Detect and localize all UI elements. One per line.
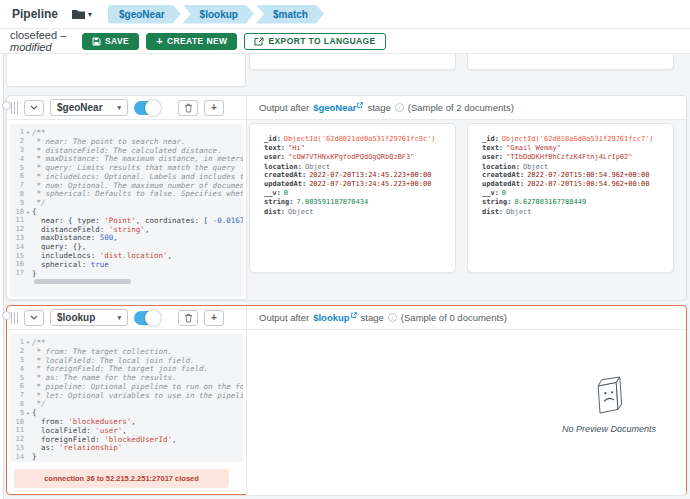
field-value: Object bbox=[288, 208, 313, 216]
pipeline-header-bar: Pipeline ▾ $geoNear$lookup$match bbox=[0, 0, 690, 29]
code-line[interactable]: 14 query: {}, bbox=[10, 242, 243, 251]
code-line[interactable]: 2 * near: The point to search near. bbox=[10, 137, 243, 146]
code-line[interactable]: 7 * num: Optional. The maximum number of… bbox=[10, 181, 243, 190]
code-line[interactable]: 4 * maxDistance: The maximum distance, i… bbox=[10, 154, 243, 163]
stage-badge-lookup[interactable]: $lookup bbox=[183, 5, 254, 24]
code-text: near: { type: 'Point', coordinates: [ -0… bbox=[32, 216, 243, 225]
stage-editor[interactable]: 1▾/**2 * near: The point to search near.… bbox=[7, 120, 247, 300]
code-line[interactable]: 12 foreignField: 'blockedUserId', bbox=[10, 435, 243, 444]
code-line[interactable]: 8 */ bbox=[10, 400, 243, 409]
chevron-down-icon: ▾ bbox=[117, 104, 121, 112]
fold-arrow-icon[interactable]: ▾ bbox=[24, 209, 32, 215]
stage-operator-select[interactable]: $geoNear ▾ bbox=[50, 99, 128, 116]
saved-pipelines-button[interactable]: ▾ bbox=[72, 9, 92, 19]
code-line[interactable]: 16 spherical: true bbox=[10, 260, 243, 269]
document-field: __v:0 bbox=[264, 189, 449, 198]
code-line[interactable]: 8 * spherical: Defaults to false. Specif… bbox=[10, 190, 243, 199]
field-key: updatedAt: bbox=[482, 180, 524, 189]
code-text: { bbox=[32, 207, 37, 216]
code-line[interactable]: 12 distanceField: 'string', bbox=[10, 225, 243, 234]
code-line[interactable]: 10▾{ bbox=[10, 207, 243, 216]
line-number: 13 bbox=[10, 444, 24, 452]
collapse-stage-button[interactable] bbox=[24, 100, 44, 116]
external-link-icon bbox=[357, 102, 363, 108]
pipeline-toolbar: closefeed – modified SAVE + CREATE NEW E… bbox=[0, 29, 690, 54]
code-line[interactable]: 6 * pipeline: Optional pipeline to run o… bbox=[10, 382, 243, 391]
code-line[interactable]: 11 localField: 'user', bbox=[10, 426, 243, 435]
code-line[interactable]: 9▾{ bbox=[10, 408, 243, 417]
field-key: createdAt: bbox=[264, 171, 306, 180]
stage-badge-geoNear[interactable]: $geoNear bbox=[108, 5, 181, 24]
output-stage-word: stage bbox=[367, 102, 390, 113]
code-line[interactable]: 1▾/** bbox=[10, 128, 243, 137]
line-number: 10 bbox=[10, 418, 24, 426]
document-field: ›dist:Object bbox=[482, 207, 667, 216]
info-icon: i bbox=[395, 103, 404, 112]
stage-enabled-toggle[interactable] bbox=[134, 101, 160, 115]
add-stage-button[interactable]: + bbox=[204, 100, 224, 116]
code-line[interactable]: 6 * includeLocs: Optional. Labels and in… bbox=[10, 172, 243, 181]
code-text: localField: 'user', bbox=[32, 426, 127, 435]
code-text: } bbox=[32, 452, 37, 461]
code-block: 1▾/**2 * near: The point to search near.… bbox=[10, 124, 243, 297]
delete-stage-button[interactable] bbox=[178, 100, 198, 116]
stage-badge-match[interactable]: $match bbox=[256, 5, 324, 24]
add-stage-button[interactable]: + bbox=[204, 310, 224, 326]
trash-icon bbox=[184, 313, 193, 323]
field-key: __v: bbox=[264, 189, 281, 198]
fold-arrow-icon[interactable]: ▾ bbox=[24, 129, 32, 135]
field-value: Object bbox=[305, 163, 330, 171]
line-number: 2 bbox=[10, 347, 24, 355]
external-link-icon bbox=[351, 312, 357, 318]
drag-handle[interactable] bbox=[11, 102, 18, 114]
save-icon bbox=[92, 37, 101, 46]
document-card: _id:ObjectId('62d818a6d0a531f29761fcc7')… bbox=[467, 123, 674, 273]
create-new-button[interactable]: + CREATE NEW bbox=[146, 33, 237, 50]
code-line[interactable]: 10 from: 'blockedusers', bbox=[10, 417, 243, 426]
code-line[interactable]: 3 * distanceField: The calculated distan… bbox=[10, 146, 243, 155]
code-text: * includeLocs: Optional. Labels and incl… bbox=[32, 172, 243, 181]
stage-enabled-toggle[interactable] bbox=[134, 311, 160, 325]
code-line[interactable]: 14} bbox=[10, 452, 243, 461]
field-value: 7.803591187870434 bbox=[297, 198, 369, 207]
operator-docs-link[interactable]: $geoNear bbox=[313, 102, 363, 113]
stage-header: $geoNear ▾ + Output after $geoN bbox=[7, 96, 686, 120]
fold-arrow-icon[interactable]: ▾ bbox=[24, 339, 32, 345]
folder-icon bbox=[72, 9, 85, 19]
operator-docs-link[interactable]: $lookup bbox=[313, 312, 356, 323]
save-button[interactable]: SAVE bbox=[82, 33, 139, 50]
no-preview-label: No Preview Documents bbox=[559, 424, 659, 434]
code-text: * let: Optional variables to use in the … bbox=[32, 391, 243, 400]
output-sample-label: (Sample of 0 documents) bbox=[401, 312, 507, 323]
code-line[interactable]: 13 maxDistance: 500, bbox=[10, 234, 243, 243]
sad-box-icon bbox=[591, 374, 627, 416]
stage-operator-select[interactable]: $lookup ▾ bbox=[50, 309, 128, 326]
line-number: 7 bbox=[10, 181, 24, 189]
code-line[interactable]: 5 * as: The name for the results. bbox=[10, 373, 243, 382]
document-field: user:"cOW7VTHNxKPgfodPQdOgQRbQzBF3" bbox=[264, 153, 449, 162]
code-line[interactable]: 7 * let: Optional variables to use in th… bbox=[10, 391, 243, 400]
code-line[interactable]: 17} bbox=[10, 269, 243, 278]
field-key: user: bbox=[482, 153, 503, 162]
collapse-stage-button[interactable] bbox=[24, 310, 44, 326]
line-number: 10 bbox=[10, 208, 24, 216]
field-value: 8.627083167788449 bbox=[515, 198, 587, 207]
code-line[interactable]: 13 as: 'relationship' bbox=[10, 444, 243, 453]
code-line[interactable]: 5 * query: Limits results that match the… bbox=[10, 163, 243, 172]
stage-editor[interactable]: 1▾/**2 * from: The target collection.3 *… bbox=[7, 330, 247, 495]
export-to-language-button[interactable]: EXPORT TO LANGUAGE bbox=[244, 33, 385, 50]
code-line[interactable]: 3 * localField: The local join field. bbox=[10, 356, 243, 365]
fold-arrow-icon[interactable]: ▾ bbox=[24, 410, 32, 416]
drag-handle[interactable] bbox=[11, 312, 18, 324]
code-line[interactable]: 4 * foreignField: The target join field. bbox=[10, 364, 243, 373]
code-line[interactable]: 9 */ bbox=[10, 198, 243, 207]
code-line[interactable]: 15 includeLocs: 'dist.location', bbox=[10, 251, 243, 260]
line-number: 3 bbox=[10, 356, 24, 364]
code-line[interactable]: 2 * from: The target collection. bbox=[10, 347, 243, 356]
code-line[interactable]: 1▾/** bbox=[10, 338, 243, 347]
horizontal-scrollbar[interactable] bbox=[34, 279, 131, 284]
field-value: ObjectId('62d8021dd0a531f29761fc9c') bbox=[284, 135, 436, 144]
code-line[interactable]: 11 near: { type: 'Point', coordinates: [… bbox=[10, 216, 243, 225]
document-field: text:"Hi" bbox=[264, 144, 449, 153]
delete-stage-button[interactable] bbox=[178, 310, 198, 326]
